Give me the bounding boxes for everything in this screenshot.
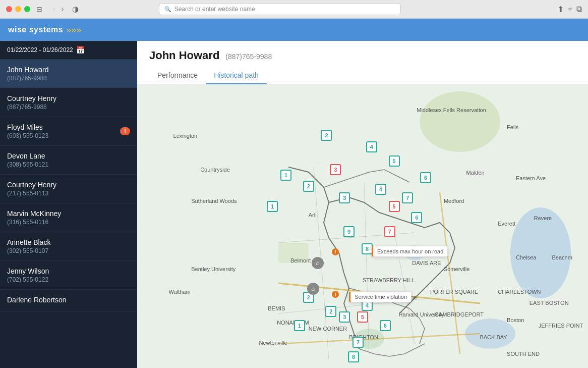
driver-phone: (308) 555-0121: [7, 161, 48, 168]
driver-info: Devon Lane (308) 555-0121: [7, 152, 48, 168]
driver-list-item[interactable]: Courtney Henry (217) 555-0113: [0, 175, 137, 203]
route-marker-teal[interactable]: 3: [339, 311, 350, 323]
driver-phone: (887)765-9988: [7, 103, 56, 111]
notification-badge: 1: [120, 127, 130, 135]
driver-name: Annette Black: [7, 238, 50, 246]
driver-name: Courtney Henry: [7, 94, 56, 102]
route-marker-red[interactable]: 3: [330, 164, 341, 175]
driver-name: Courtney Henry: [7, 181, 56, 189]
route-marker-teal[interactable]: 8: [362, 243, 373, 254]
minimize-button[interactable]: [15, 6, 21, 12]
logo-text: wise systems: [8, 25, 63, 34]
new-tab-button[interactable]: +: [568, 5, 572, 14]
svg-point-3: [420, 91, 500, 152]
route-marker-red[interactable]: 7: [384, 226, 395, 237]
app-header: wise systems »»»: [0, 19, 588, 41]
driver-name: Marvin McKinney: [7, 209, 61, 218]
route-marker-teal[interactable]: 7: [402, 192, 413, 203]
driver-name: Jenny Wilson: [7, 267, 49, 275]
map-svg: [137, 84, 588, 368]
driver-list-item[interactable]: Floyd Miles (603) 555-0123 1: [0, 117, 137, 146]
driver-info: Courtney Henry (217) 555-0113: [7, 181, 56, 197]
route-marker-teal[interactable]: 2: [321, 130, 332, 141]
route-marker-teal[interactable]: 4: [375, 184, 386, 195]
driver-info: John Howard (887)765-9988: [7, 66, 49, 82]
sidebar: 01/22/2022 - 01/26/2022 📅 John Howard (8…: [0, 41, 137, 368]
driver-phone: (702) 555-0122: [7, 276, 49, 283]
svg-line-10: [364, 182, 369, 354]
driver-info: Courtney Henry (887)765-9988: [7, 94, 56, 111]
driver-phone: (302) 555-0107: [7, 247, 50, 254]
share-button[interactable]: ⬆: [557, 5, 564, 14]
route-marker-teal[interactable]: 7: [352, 337, 364, 348]
driver-phone: (603) 555-0123: [7, 132, 48, 139]
driver-list-item[interactable]: Courtney Henry (887)765-9988: [0, 88, 137, 117]
driver-list-item[interactable]: John Howard (887)765-9988: [0, 60, 137, 88]
driver-name: Darlene Robertson: [7, 296, 67, 304]
driver-list: John Howard (887)765-9988 Courtney Henry…: [0, 60, 137, 368]
driver-list-item[interactable]: Jenny Wilson (702) 555-0122: [0, 261, 137, 290]
forward-button[interactable]: ›: [59, 4, 66, 15]
detail-header: John Howard (887)765-9988 PerformanceHis…: [137, 41, 588, 84]
driver-list-item[interactable]: Darlene Robertson: [0, 290, 137, 311]
driver-list-item[interactable]: Devon Lane (308) 555-0121: [0, 146, 137, 175]
back-button[interactable]: ‹: [50, 4, 57, 15]
date-range[interactable]: 01/22/2022 - 01/26/2022 📅: [0, 41, 137, 60]
driver-name: John Howard: [7, 66, 49, 74]
route-marker-teal[interactable]: 4: [366, 141, 377, 152]
address-bar[interactable]: 🔍 Search or enter website name: [159, 3, 401, 15]
main-content: 01/22/2022 - 01/26/2022 📅 John Howard (8…: [0, 41, 588, 368]
address-bar-text: Search or enter website name: [174, 6, 255, 13]
route-marker-teal[interactable]: 1: [267, 201, 278, 212]
browser-actions: ⬆ + ⧉: [557, 5, 582, 14]
date-range-text: 01/22/2022 - 01/26/2022: [7, 46, 73, 54]
driver-info: Marvin McKinney (316) 555-0116: [7, 209, 61, 226]
route-marker-red[interactable]: 5: [357, 311, 368, 323]
logo-arrows-icon: »»»: [66, 25, 81, 35]
driver-info: Darlene Robertson: [7, 296, 67, 305]
driver-phone: (316) 555-0116: [7, 219, 61, 226]
detail-title-row: John Howard (887)765-9988: [149, 49, 576, 62]
driver-list-item[interactable]: Marvin McKinney (316) 555-0116: [0, 203, 137, 232]
maximize-button[interactable]: [24, 6, 30, 12]
home-marker-icon: ⌂: [312, 257, 324, 269]
route-marker-teal[interactable]: 2: [325, 306, 336, 317]
route-marker-teal[interactable]: 6: [420, 172, 431, 183]
detail-panel: John Howard (887)765-9988 PerformanceHis…: [137, 41, 588, 368]
svg-rect-4: [278, 243, 309, 263]
search-icon: 🔍: [164, 6, 171, 13]
route-marker-teal[interactable]: 6: [411, 212, 422, 223]
route-marker-red[interactable]: 5: [389, 201, 400, 212]
tabs-button[interactable]: ⧉: [576, 5, 582, 14]
route-marker-teal[interactable]: 5: [389, 155, 400, 167]
map-container[interactable]: LexingtonCountrysideMiddlesex Fells Rese…: [137, 84, 588, 368]
home-marker-icon: ⌂: [307, 283, 319, 295]
route-marker-teal[interactable]: 2: [303, 181, 314, 192]
traffic-lights: [6, 6, 30, 12]
theme-button[interactable]: ◑: [72, 5, 79, 14]
route-marker-teal[interactable]: 8: [348, 351, 359, 362]
map-background: LexingtonCountrysideMiddlesex Fells Rese…: [137, 84, 588, 368]
route-marker-teal[interactable]: 3: [339, 192, 350, 203]
tab-historical-path[interactable]: Historical path: [206, 67, 267, 84]
driver-list-item[interactable]: Annette Black (302) 555-0107: [0, 232, 137, 261]
warning-icon: !: [332, 291, 339, 298]
driver-name: Floyd Miles: [7, 123, 48, 131]
app-container: wise systems »»» 01/22/2022 - 01/26/2022…: [0, 19, 588, 368]
sidebar-toggle-button[interactable]: ⊟: [36, 5, 42, 13]
route-marker-teal[interactable]: 1: [294, 320, 305, 331]
route-marker-teal[interactable]: 9: [343, 226, 355, 237]
svg-point-2: [404, 245, 425, 260]
driver-info: Floyd Miles (603) 555-0123: [7, 123, 48, 139]
driver-detail-name: John Howard: [149, 49, 219, 62]
close-button[interactable]: [6, 6, 12, 12]
svg-point-0: [510, 207, 571, 298]
route-marker-teal[interactable]: 6: [380, 320, 391, 331]
nav-buttons: ‹ ›: [50, 4, 66, 15]
driver-detail-phone: (887)765-9988: [225, 52, 272, 61]
svg-line-8: [440, 192, 460, 354]
warning-icon: !: [332, 248, 339, 255]
tab-performance[interactable]: Performance: [149, 67, 206, 84]
route-marker-teal[interactable]: 1: [280, 170, 291, 181]
route-marker-teal[interactable]: 4: [362, 300, 373, 311]
